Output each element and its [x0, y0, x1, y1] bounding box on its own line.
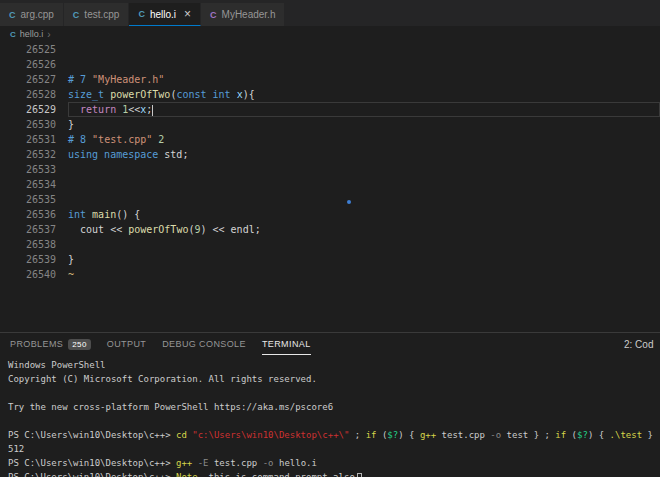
- file-type-icon: C: [138, 9, 145, 19]
- terminal-line: Windows PowerShell: [8, 358, 660, 372]
- code-token: int: [68, 209, 92, 220]
- line-number: 26532: [0, 147, 56, 162]
- terminal-token: g++: [420, 430, 436, 440]
- editor-line[interactable]: 26532using namespace std;: [0, 147, 660, 162]
- editor-line[interactable]: 26526: [0, 57, 660, 72]
- tab-hello.i[interactable]: Chello.i×: [129, 3, 201, 26]
- line-number: 26537: [0, 222, 56, 237]
- code-token: # 8: [68, 134, 92, 145]
- terminal-token: if: [366, 430, 377, 440]
- terminal-token: -o: [490, 430, 501, 440]
- line-number: 26525: [0, 42, 56, 57]
- terminal-token: test.cpp: [209, 458, 263, 468]
- terminal-token: g++: [176, 458, 192, 468]
- terminal-token: PS C:\Users\win10\Desktop\c++>: [8, 430, 176, 440]
- editor-line[interactable]: 26531# 8 "test.cpp" 2: [0, 132, 660, 147]
- file-type-icon: C: [210, 10, 217, 20]
- breadcrumb-file[interactable]: hello.i: [20, 29, 44, 39]
- editor-line[interactable]: 26529 return 1<<x;: [0, 102, 660, 117]
- terminal-output[interactable]: Windows PowerShellCopyright (C) Microsof…: [0, 355, 660, 477]
- code-token: ) << endl;: [201, 224, 261, 235]
- line-number: 26530: [0, 117, 56, 132]
- panel-tab-problems[interactable]: PROBLEMS250: [10, 333, 91, 355]
- line-content: [68, 237, 660, 252]
- editor-line[interactable]: 26539}: [0, 252, 660, 267]
- terminal-line: Try the new cross-platform PowerShell ht…: [8, 400, 660, 414]
- terminal-selector-label: 2: Cod: [624, 339, 653, 350]
- code-token: using namespace: [68, 149, 164, 160]
- panel-tab-output[interactable]: OUTPUT: [107, 333, 146, 355]
- terminal-token: -o: [263, 458, 274, 468]
- editor-line[interactable]: 26530}: [0, 117, 660, 132]
- terminal-token: if: [555, 430, 566, 440]
- terminal-token: cd: [176, 430, 187, 440]
- panel-tab-label: DEBUG CONSOLE: [162, 339, 246, 349]
- code-token: main: [92, 209, 116, 220]
- tab-label: hello.i: [150, 9, 176, 20]
- editor-line[interactable]: 26538: [0, 237, 660, 252]
- breadcrumb[interactable]: C hello.i ›: [0, 26, 660, 42]
- code-token: [68, 104, 80, 115]
- line-number: 26534: [0, 177, 56, 192]
- tab-test.cpp[interactable]: Ctest.cpp: [64, 3, 130, 26]
- tab-MyHeader.h[interactable]: CMyHeader.h: [201, 3, 285, 26]
- tab-label: MyHeader.h: [222, 9, 276, 20]
- terminal-token: this is command prompt also: [203, 472, 355, 477]
- editor-line[interactable]: 26525: [0, 42, 660, 57]
- code-token: "MyHeader.h": [92, 74, 164, 85]
- line-number: 26527: [0, 72, 56, 87]
- panel-tab-terminal[interactable]: TERMINAL: [262, 333, 311, 355]
- terminal-token: .\test: [610, 430, 643, 440]
- editor-line[interactable]: 26536int main() {: [0, 207, 660, 222]
- terminal-token: -E: [198, 458, 209, 468]
- line-content: int main() {: [68, 207, 660, 222]
- editor-line[interactable]: 26533: [0, 162, 660, 177]
- terminal-token: Copyright (C) Microsoft Corporation. All…: [8, 374, 317, 384]
- panel-tabs: PROBLEMS250OUTPUTDEBUG CONSOLETERMINAL: [10, 333, 311, 355]
- code-token: <<: [128, 104, 140, 115]
- terminal-line: PS C:\Users\win10\Desktop\c++> Note- thi…: [8, 470, 660, 477]
- editor-line[interactable]: 26528size_t powerOfTwo(const int x){: [0, 87, 660, 102]
- line-number: 26526: [0, 57, 56, 72]
- code-token: powerOfTwo: [128, 224, 188, 235]
- terminal-selector-dropdown[interactable]: 2: Cod: [624, 333, 660, 355]
- line-content: [68, 177, 660, 192]
- line-number: 26536: [0, 207, 56, 222]
- terminal-token: }: [642, 430, 653, 440]
- terminal-line: [8, 414, 660, 428]
- editor-line[interactable]: 26527# 7 "MyHeader.h": [0, 72, 660, 87]
- terminal-token: hello.i: [274, 458, 317, 468]
- code-token: ){: [243, 89, 255, 100]
- editor[interactable]: 265252652626527# 7 "MyHeader.h"26528size…: [0, 42, 660, 332]
- editor-line[interactable]: 26537 cout << powerOfTwo(9) << endl;: [0, 222, 660, 237]
- code-token: () {: [116, 209, 140, 220]
- terminal-line: 512: [8, 442, 660, 456]
- code-token: 2: [158, 134, 164, 145]
- code-token: std;: [164, 149, 188, 160]
- line-number: 26540: [0, 267, 56, 282]
- line-content: # 7 "MyHeader.h": [68, 72, 660, 87]
- close-icon[interactable]: ×: [184, 8, 191, 20]
- file-type-icon: C: [9, 10, 16, 20]
- editor-line[interactable]: 26535: [0, 192, 660, 207]
- editor-line[interactable]: 26540~: [0, 267, 660, 282]
- terminal-token: ) {: [398, 430, 420, 440]
- line-number: 26529: [0, 102, 56, 117]
- line-content: [68, 42, 660, 57]
- problems-count-badge: 250: [68, 339, 91, 350]
- editor-cursor: [152, 105, 153, 116]
- tab-arg.cpp[interactable]: Carg.cpp: [0, 3, 64, 26]
- tab-label: arg.cpp: [21, 9, 54, 20]
- terminal-token: $?: [577, 430, 588, 440]
- terminal-line: PS C:\Users\win10\Desktop\c++> g++ -E te…: [8, 456, 660, 470]
- editor-line[interactable]: 26534: [0, 177, 660, 192]
- code-token: "test.cpp": [92, 134, 152, 145]
- panel-tab-debug-console[interactable]: DEBUG CONSOLE: [162, 333, 246, 355]
- panel-tab-label: PROBLEMS: [10, 339, 63, 349]
- line-content: [68, 192, 660, 207]
- code-token: const int: [176, 89, 236, 100]
- code-token: size_t: [68, 89, 110, 100]
- line-content: }: [68, 252, 660, 267]
- terminal-token: Note-: [176, 472, 203, 477]
- line-content: [68, 57, 660, 72]
